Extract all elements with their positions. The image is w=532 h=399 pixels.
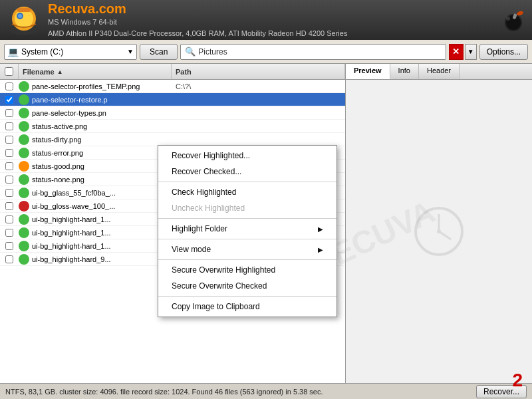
select-all-checkbox[interactable] (5, 67, 13, 76)
row-checkbox-cell[interactable] (0, 242, 19, 250)
file-name: ui-bg_glass_55_fcf0ba_... (32, 189, 172, 197)
row-checkbox[interactable] (5, 189, 13, 197)
scan-button[interactable]: Scan (140, 44, 178, 60)
file-name: status-dirty.png (32, 136, 172, 144)
row-checkbox[interactable] (5, 202, 13, 210)
table-row[interactable]: status-active.png (0, 120, 345, 133)
file-name: status-none.png (32, 176, 172, 184)
svg-point-2 (15, 9, 33, 28)
ctx-item-view-mode[interactable]: View mode▶ (158, 241, 336, 257)
row-checkbox[interactable] (5, 122, 13, 130)
status-icon (19, 121, 29, 132)
ctx-item-uncheck-highlighted: Uncheck Highlighted (158, 200, 336, 216)
row-checkbox-cell[interactable] (0, 229, 19, 237)
drive-selector[interactable]: 💻 System (C:) ▼ (4, 44, 137, 60)
status-text: NTFS, 83,1 GB. cluster size: 4096. file … (5, 388, 471, 396)
sort-arrow-icon: ▲ (57, 68, 63, 75)
preview-content (346, 80, 532, 383)
status-icon (19, 201, 29, 211)
row-checkbox[interactable] (5, 255, 13, 263)
file-name: status-active.png (32, 122, 172, 130)
status-icon (19, 227, 29, 238)
row-checkbox-cell[interactable] (0, 202, 19, 210)
row-checkbox-cell[interactable] (0, 122, 19, 130)
ctx-item-secure-overwrite-highlighted[interactable]: Secure Overwrite Highlighted (158, 262, 336, 278)
ctx-item-recover-highlighted[interactable]: Recover Highlighted... (158, 148, 336, 164)
status-icon (19, 148, 29, 158)
svg-rect-5 (17, 8, 31, 12)
row-checkbox-cell[interactable] (0, 136, 19, 144)
row-checkbox[interactable] (5, 215, 13, 223)
ctx-separator (158, 182, 336, 182)
row-checkbox[interactable] (5, 109, 13, 117)
svg-point-14 (437, 229, 441, 233)
row-checkbox[interactable] (5, 162, 13, 170)
row-checkbox[interactable] (5, 229, 13, 237)
table-row[interactable]: pane-selector-types.pn (0, 106, 345, 120)
row-checkbox-cell[interactable] (0, 162, 19, 170)
ctx-item-copy-image-to-clipboard[interactable]: Copy Image to Clipboard (158, 299, 336, 315)
status-icon (19, 81, 29, 92)
row-checkbox[interactable] (5, 136, 13, 144)
status-bar: NTFS, 83,1 GB. cluster size: 4096. file … (0, 383, 532, 399)
svg-point-4 (18, 14, 22, 18)
file-name: pane-selector-profiles_TEMP.png (32, 82, 172, 90)
row-checkbox-cell[interactable] (0, 189, 19, 197)
table-row[interactable]: status-dirty.png (0, 133, 345, 146)
ctx-item-label: Highlight Folder (172, 224, 227, 233)
row-checkbox-cell[interactable] (0, 176, 19, 184)
row-checkbox-cell[interactable] (0, 109, 19, 117)
table-row[interactable]: pane-selector-profiles_TEMP.png C:\?\ (0, 80, 345, 93)
row-checkbox-cell[interactable] (0, 82, 19, 90)
row-checkbox[interactable] (5, 176, 13, 184)
svg-line-13 (439, 231, 451, 239)
ctx-item-secure-overwrite-checked[interactable]: Secure Overwrite Checked (158, 278, 336, 294)
status-icon (19, 254, 29, 265)
submenu-arrow-icon: ▶ (318, 246, 323, 253)
submenu-arrow-icon: ▶ (318, 225, 323, 233)
status-icon (19, 134, 29, 145)
search-box[interactable]: 🔍 Pictures (180, 44, 446, 60)
row-checkbox[interactable] (5, 96, 13, 104)
file-name: ui-bg_highlight-hard_1... (32, 215, 172, 223)
row-checkbox-cell[interactable] (0, 215, 19, 223)
file-name: status-error.png (32, 149, 172, 157)
status-icon (19, 174, 29, 185)
app-title-block: Recuva.com MS Windows 7 64-bit AMD Athlo… (48, 1, 501, 39)
ctx-separator (158, 259, 336, 260)
ctx-separator (158, 218, 336, 219)
filter-clear-button[interactable]: ✕ (449, 44, 464, 60)
status-icon (19, 188, 29, 198)
tab-preview[interactable]: Preview (346, 64, 390, 79)
ctx-item-highlight-folder[interactable]: Highlight Folder▶ (158, 221, 336, 237)
row-checkbox[interactable] (5, 149, 13, 157)
ctx-item-check-highlighted[interactable]: Check Highlighted (158, 184, 336, 200)
ctx-item-recover-checked[interactable]: Recover Checked... (158, 164, 336, 180)
file-name: pane-selector-restore.p (32, 96, 172, 104)
tab-info[interactable]: Info (390, 64, 419, 79)
header-path[interactable]: Path (172, 64, 345, 79)
status-icon (19, 161, 29, 172)
tab-header[interactable]: Header (419, 64, 460, 79)
search-text: Pictures (198, 47, 441, 57)
file-name: ui-bg_highlight-hard_9... (32, 255, 172, 263)
row-checkbox[interactable] (5, 242, 13, 250)
svg-point-10 (506, 17, 510, 21)
ctx-item-label: View mode (172, 245, 211, 254)
status-icon (19, 214, 29, 225)
table-row[interactable]: pane-selector-restore.p (0, 93, 345, 106)
filter-dropdown-button[interactable]: ▼ (465, 44, 477, 60)
header-filename[interactable]: Filename ▲ (19, 64, 172, 79)
context-menu: Recover Highlighted...Recover Checked...… (158, 145, 337, 317)
drive-icon: 💻 (7, 47, 19, 57)
app-name-text: Recuva (48, 1, 95, 16)
options-button[interactable]: Options... (479, 44, 528, 60)
file-name: ui-bg_gloss-wave_100_... (32, 202, 172, 210)
row-checkbox-cell[interactable] (0, 149, 19, 157)
row-checkbox[interactable] (5, 82, 13, 90)
toolbar: 💻 System (C:) ▼ Scan 🔍 Pictures ✕ ▼ Opti… (0, 40, 532, 64)
status-icon (19, 108, 29, 118)
row-checkbox-cell[interactable] (0, 96, 19, 104)
row-checkbox-cell[interactable] (0, 255, 19, 263)
header-check (0, 64, 19, 79)
